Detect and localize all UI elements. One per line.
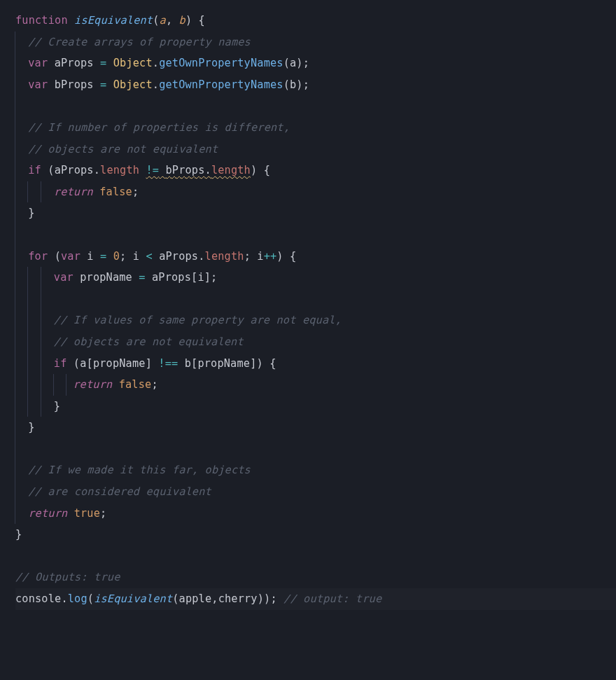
semicolon: ;	[151, 378, 158, 391]
space	[93, 186, 99, 198]
keyword-var: var	[54, 271, 74, 284]
var-ref: bProps	[166, 164, 205, 176]
comment: // are considered equivalent	[28, 485, 211, 498]
code-line: // objects are not equivalent	[15, 331, 616, 353]
comma: ,	[166, 14, 179, 27]
var-name: aProps	[55, 57, 100, 69]
dot: .	[205, 164, 211, 176]
blank-line	[15, 224, 616, 246]
var-ref: i	[257, 250, 263, 263]
var-ref: aProps	[159, 250, 198, 263]
keyword-if: if	[54, 357, 67, 370]
comment: // If we made it this far, objects	[28, 464, 251, 476]
paren: (	[67, 357, 80, 370]
op-lt: <	[146, 250, 159, 263]
comment: // objects are not equivalent	[54, 335, 244, 348]
function-call: isEquivalent	[94, 592, 172, 605]
brace-close: }	[15, 528, 22, 541]
object-global: Object	[113, 78, 153, 91]
op-assign: =	[100, 78, 113, 91]
dot: .	[153, 78, 159, 91]
code-line: // Outputs: true	[15, 567, 616, 588]
code-line: // are considered equivalent	[15, 481, 616, 503]
semicolon: ;	[100, 507, 106, 520]
blank-line	[15, 95, 616, 117]
code-line: if (a[propName] !== b[propName]) {	[15, 353, 616, 375]
semicolon: ;	[120, 250, 133, 263]
code-line: // If number of properties is different,	[15, 117, 616, 139]
brace-close: }	[28, 421, 34, 433]
expr: a[propName]	[80, 357, 158, 370]
keyword-var: var	[61, 250, 80, 263]
prop-length: length	[205, 250, 244, 263]
code-line: for (var i = 0; i < aProps.length; i++) …	[15, 246, 616, 268]
code-line: }	[15, 202, 616, 224]
paren-brace: ) {	[276, 250, 296, 263]
console-global: console	[15, 592, 61, 605]
var-name: propName	[74, 271, 139, 284]
code-line: // If values of same property are not eq…	[15, 310, 616, 331]
code-line: // If we made it this far, objects	[15, 459, 616, 481]
method-log: log	[68, 592, 88, 605]
paren: (	[41, 164, 55, 176]
blank-line	[15, 438, 616, 460]
blank-line	[15, 289, 616, 310]
comment: // objects are not equivalent	[28, 143, 218, 155]
comment: // If values of same property are not eq…	[54, 314, 342, 326]
keyword-var: var	[28, 57, 48, 69]
method: getOwnPropertyNames	[159, 78, 284, 91]
prop-length: length	[211, 164, 251, 176]
var-name: bProps	[55, 78, 100, 91]
dot: .	[153, 57, 159, 69]
lint-warning-span	[159, 164, 165, 176]
comment: // Outputs: true	[15, 571, 120, 583]
keyword-return: return	[54, 186, 93, 198]
keyword-return: return	[73, 378, 112, 391]
var-ref: aProps	[55, 164, 94, 176]
code-line: var bProps = Object.getOwnPropertyNames(…	[15, 74, 616, 96]
paren-brace: ) {	[186, 14, 205, 27]
code-line: var propName = aProps[i];	[15, 267, 616, 289]
paren: (	[88, 592, 94, 605]
keyword-function: function	[15, 14, 68, 27]
code-line-active: console.log(isEquivalent(apple,cherry));…	[15, 588, 616, 610]
paren: (	[153, 14, 159, 27]
expr: b[propName]) {	[178, 357, 276, 370]
code-line: // Create arrays of property names	[15, 32, 616, 53]
brace-close: }	[54, 400, 60, 412]
keyword-var: var	[28, 78, 48, 91]
paren: (	[48, 250, 61, 263]
expr: aProps[i];	[152, 271, 217, 284]
code-editor[interactable]: function isEquivalent(a, b) {// Create a…	[0, 0, 616, 610]
code-line: // objects are not equivalent	[15, 139, 616, 160]
space	[67, 507, 74, 520]
keyword-return: return	[28, 507, 67, 520]
space	[112, 378, 118, 391]
comment: // Create arrays of property names	[28, 36, 251, 48]
prop-length: length	[100, 164, 139, 176]
code-line: if (aProps.length != bProps.length) {	[15, 160, 616, 181]
op-neq-lint-warning: !=	[146, 164, 159, 176]
dot: .	[94, 164, 100, 176]
code-line: }	[15, 396, 616, 417]
code-line: return false;	[15, 181, 616, 203]
dot: .	[198, 250, 204, 263]
semicolon: ;	[244, 250, 258, 263]
code-line: }	[15, 417, 616, 438]
var-ref: i	[133, 250, 146, 263]
keyword-for: for	[28, 250, 48, 263]
keyword-if: if	[28, 164, 41, 176]
blank-line	[15, 546, 616, 567]
comment: // output: true	[284, 592, 382, 605]
param-b: b	[179, 14, 186, 27]
op-assign: =	[139, 271, 152, 284]
code-line: return true;	[15, 503, 616, 525]
paren-brace: ) {	[251, 164, 270, 176]
comment: // If number of properties is different,	[28, 121, 290, 134]
bool-false: false	[119, 378, 152, 391]
call-args: (b);	[284, 78, 309, 91]
code-line: function isEquivalent(a, b) {	[15, 10, 616, 32]
bool-true: true	[74, 507, 100, 520]
var-name: i	[80, 250, 100, 263]
op-neq-strict: !==	[158, 357, 178, 370]
